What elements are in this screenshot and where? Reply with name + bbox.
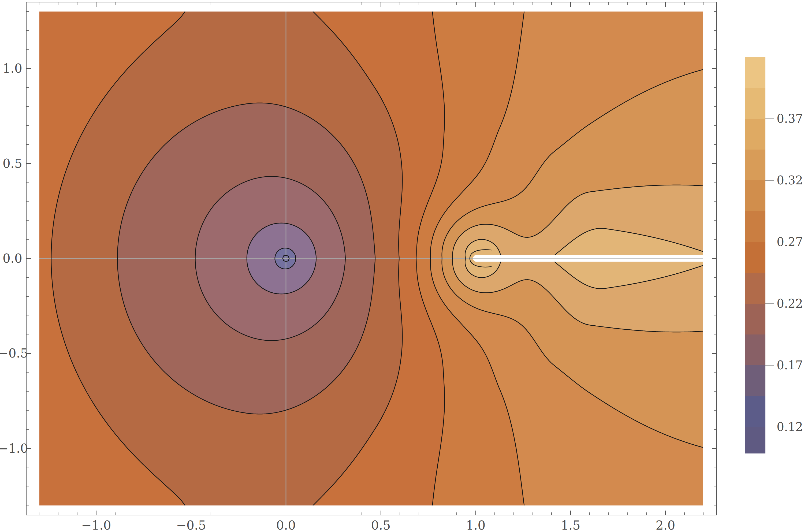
y-tick-right-minor	[714, 220, 716, 221]
y-tick-minor	[26, 467, 29, 468]
x-axis-tick-label: −0.5	[176, 519, 206, 531]
x-tick-top	[286, 2, 287, 7]
x-tick-minor	[589, 512, 590, 515]
y-tick-right	[712, 448, 716, 449]
legend-tick-label: 0.275	[777, 236, 804, 248]
x-tick-top-minor	[551, 2, 552, 5]
x-tick-top-minor	[172, 2, 172, 5]
y-tick-minor	[26, 11, 29, 12]
y-tick-minor	[26, 220, 29, 221]
x-tick-top-minor	[39, 2, 40, 5]
legend-band	[745, 365, 765, 396]
x-tick-minor	[514, 512, 514, 515]
x-tick-top-minor	[229, 2, 229, 5]
x-tick-top-minor	[419, 2, 419, 5]
y-tick-minor	[26, 239, 29, 240]
legend-tick	[765, 118, 774, 119]
y-tick-right-minor	[714, 391, 716, 392]
y-tick-minor	[26, 296, 29, 297]
x-tick-minor	[172, 512, 172, 515]
x-tick	[381, 511, 381, 515]
y-tick-right-minor	[714, 30, 716, 31]
x-tick	[286, 511, 287, 515]
y-tick-right-minor	[714, 334, 716, 335]
x-tick-minor	[58, 512, 59, 515]
x-tick-top-minor	[684, 2, 685, 5]
x-tick-top-minor	[210, 2, 210, 5]
legend-band	[745, 150, 765, 180]
y-tick-right-minor	[714, 182, 716, 183]
y-tick-minor	[26, 334, 29, 335]
x-tick-minor	[248, 512, 248, 515]
contour-plot-figure: −1.0−0.50.00.51.01.52.01.00.50.0−0.5−1.0…	[0, 0, 804, 532]
y-tick-right-minor	[714, 125, 716, 126]
y-tick-minor	[26, 106, 29, 107]
x-tick-minor	[456, 512, 457, 515]
y-tick-minor	[26, 277, 29, 278]
y-tick-minor	[26, 30, 29, 31]
y-axis-tick-label: −1.0	[0, 442, 22, 455]
x-tick-minor	[39, 512, 40, 515]
y-tick-minor	[26, 49, 29, 50]
x-tick-minor	[134, 512, 135, 515]
legend-band	[745, 273, 765, 304]
contour-canvas	[39, 12, 703, 506]
legend-band	[745, 396, 765, 427]
y-tick-minor	[26, 429, 29, 430]
y-axis-tick-label: 0.0	[0, 252, 22, 265]
y-tick-minor	[26, 87, 29, 88]
x-tick-top	[665, 2, 666, 7]
y-tick-right-minor	[714, 87, 716, 88]
y-tick-right-minor	[714, 144, 716, 145]
y-tick-right	[712, 68, 716, 69]
legend-band	[745, 180, 765, 211]
x-tick-top-minor	[514, 2, 514, 5]
x-tick-top-minor	[627, 2, 628, 5]
y-tick-right-minor	[714, 410, 716, 411]
y-tick-minor	[26, 486, 29, 487]
legend-band	[745, 57, 765, 88]
legend-tick	[765, 242, 774, 242]
legend-tick	[765, 365, 774, 365]
x-axis-tick-label: 0.5	[371, 519, 390, 531]
x-tick-minor	[362, 512, 362, 515]
x-tick	[570, 511, 571, 515]
y-tick-right-minor	[714, 429, 716, 430]
y-tick-right-minor	[714, 372, 716, 373]
y-tick-right-minor	[714, 106, 716, 107]
x-tick-top	[96, 2, 97, 7]
x-tick-top-minor	[153, 2, 154, 5]
x-tick-top-minor	[115, 2, 115, 5]
x-tick-minor	[703, 512, 704, 515]
x-tick-top-minor	[438, 2, 438, 5]
x-tick-minor	[324, 512, 324, 515]
x-tick-top-minor	[589, 2, 590, 5]
x-tick-top	[570, 2, 571, 7]
y-tick-minor	[26, 144, 29, 145]
legend-band	[745, 211, 765, 242]
x-tick-top	[381, 2, 381, 7]
x-tick-minor	[551, 512, 552, 515]
x-tick-minor	[627, 512, 628, 515]
legend-tick-label: 0.125	[777, 421, 804, 433]
x-tick-top-minor	[608, 2, 609, 5]
x-tick-minor	[305, 512, 305, 515]
y-tick-right-minor	[714, 296, 716, 297]
x-tick	[475, 511, 476, 515]
x-tick-top-minor	[456, 2, 457, 5]
color-legend-bar	[745, 57, 765, 454]
x-tick-minor	[115, 512, 115, 515]
x-axis-tick-label: 0.0	[276, 519, 295, 531]
x-tick-top-minor	[646, 2, 647, 5]
x-tick-top	[191, 2, 192, 7]
x-tick	[665, 511, 666, 515]
legend-tick	[765, 303, 774, 304]
y-axis-tick-label: −0.5	[0, 347, 22, 359]
y-tick-right-minor	[714, 486, 716, 487]
x-tick-top-minor	[362, 2, 362, 5]
legend-tick	[765, 180, 774, 180]
x-tick	[96, 511, 97, 515]
x-tick-top-minor	[400, 2, 400, 5]
x-tick-top-minor	[495, 2, 495, 5]
y-tick-right-minor	[714, 239, 716, 240]
